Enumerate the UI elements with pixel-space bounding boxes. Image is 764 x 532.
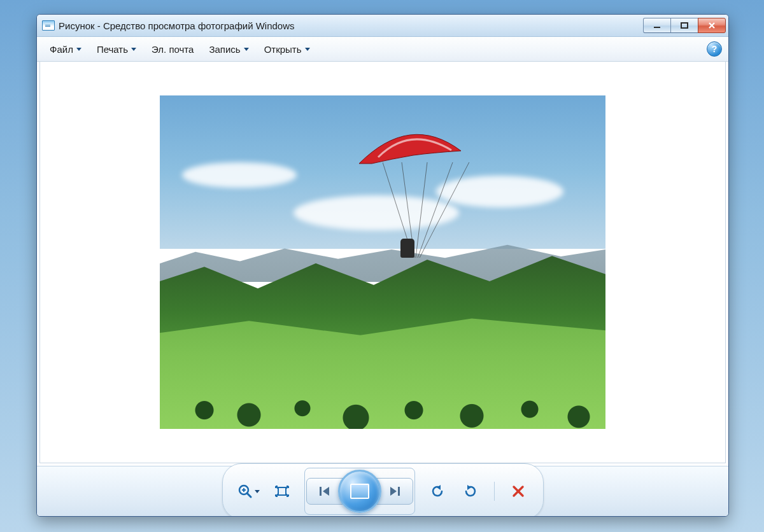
svg-line-10 — [247, 493, 251, 497]
window-title: Рисунок - Средство просмотра фотографий … — [59, 20, 295, 31]
chevron-down-icon — [76, 48, 81, 51]
svg-line-8 — [420, 162, 472, 258]
chevron-down-icon — [305, 48, 310, 51]
svg-rect-0 — [654, 27, 660, 28]
title-bar[interactable]: Рисунок - Средство просмотра фотографий … — [37, 15, 728, 37]
chevron-down-icon — [131, 48, 136, 51]
chevron-down-icon — [255, 490, 260, 493]
menu-print[interactable]: Печать — [90, 41, 143, 57]
menu-file[interactable]: Файл — [43, 41, 88, 57]
control-tray — [222, 463, 544, 517]
rotate-cw-button[interactable] — [460, 480, 481, 502]
window-buttons — [644, 18, 726, 33]
app-window: Рисунок - Средство просмотра фотографий … — [36, 14, 729, 517]
navigation-cluster — [304, 468, 415, 515]
menu-burn[interactable]: Запись — [202, 41, 255, 57]
previous-button[interactable] — [306, 478, 343, 505]
menu-email[interactable]: Эл. почта — [145, 41, 200, 57]
menu-open-label: Открыть — [264, 44, 302, 55]
menu-open[interactable]: Открыть — [258, 41, 316, 57]
fit-window-button[interactable] — [271, 480, 293, 502]
help-icon: ? — [712, 44, 718, 54]
chevron-down-icon — [244, 48, 249, 51]
app-icon — [42, 20, 55, 31]
minimize-icon — [653, 22, 661, 29]
svg-marker-18 — [437, 485, 441, 490]
close-icon — [707, 22, 716, 29]
svg-rect-17 — [398, 487, 400, 496]
menu-email-label: Эл. почта — [152, 44, 194, 55]
svg-rect-14 — [320, 487, 322, 496]
svg-line-6 — [416, 162, 427, 258]
svg-marker-15 — [323, 487, 329, 496]
minimize-button[interactable] — [643, 18, 671, 33]
delete-button[interactable] — [507, 480, 529, 502]
skip-previous-icon — [318, 485, 332, 498]
menu-file-label: Файл — [50, 44, 73, 55]
slideshow-icon — [350, 484, 369, 499]
rotate-ccw-button[interactable] — [427, 480, 448, 502]
rotate-cw-icon — [462, 483, 479, 500]
skip-next-icon — [388, 485, 402, 498]
next-button[interactable] — [376, 478, 413, 505]
help-button[interactable]: ? — [707, 41, 722, 57]
zoom-button[interactable] — [237, 483, 260, 500]
menu-print-label: Печать — [97, 44, 128, 55]
slideshow-button[interactable] — [338, 470, 381, 513]
control-bar — [37, 466, 728, 516]
delete-x-icon — [511, 484, 525, 498]
paraglider-lines — [383, 162, 485, 277]
image-viewport[interactable] — [39, 62, 726, 463]
svg-rect-1 — [681, 23, 688, 28]
svg-marker-19 — [467, 485, 471, 490]
svg-line-7 — [418, 162, 453, 258]
svg-marker-16 — [390, 487, 397, 496]
maximize-button[interactable] — [670, 18, 698, 33]
maximize-icon — [680, 22, 689, 29]
menu-burn-label: Запись — [209, 44, 240, 55]
magnifier-plus-icon — [237, 483, 253, 500]
close-button[interactable] — [698, 18, 726, 33]
paraglider-pilot — [400, 239, 414, 258]
displayed-image — [160, 95, 605, 429]
svg-rect-13 — [278, 487, 286, 495]
rotate-ccw-icon — [429, 483, 446, 500]
fit-window-icon — [274, 484, 290, 498]
separator — [494, 482, 495, 501]
menu-bar: Файл Печать Эл. почта Запись Открыть ? — [37, 37, 728, 62]
